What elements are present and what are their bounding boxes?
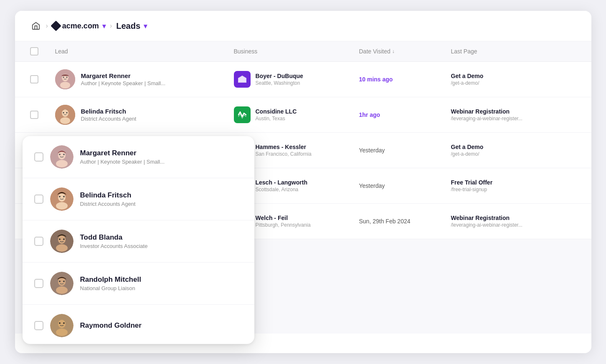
- panel-avatar-todd: [50, 230, 74, 253]
- panel-row[interactable]: Randolph Mitchell National Group Liaison: [23, 263, 254, 305]
- breadcrumb-sep-1: ›: [46, 22, 48, 30]
- avatar-margaret-main: [55, 69, 75, 89]
- lead-cell-margaret: Margaret Renner Author | Keynote Speaker…: [55, 69, 234, 89]
- header-checkbox-cell: [30, 47, 55, 56]
- business-logo-1: [234, 71, 251, 88]
- business-info-3: Hammes - Kessler San Francisco, Californ…: [256, 144, 312, 157]
- panel-checkbox-randolph[interactable]: [34, 279, 43, 288]
- panel-name-margaret: Margaret Renner: [80, 149, 165, 157]
- header-lead-label: Lead: [55, 48, 68, 55]
- header-business: Business: [234, 47, 359, 56]
- svg-point-9: [60, 117, 70, 124]
- panel-info-margaret: Margaret Renner Author | Keynote Speaker…: [80, 149, 165, 165]
- svg-point-34: [63, 154, 65, 155]
- lastpage-cell-1: Get a Demo /get-a-demo/: [451, 73, 576, 86]
- lastpage-url-2: /leveraging-ai-webinar-register...: [451, 116, 560, 121]
- panel-avatar-randolph: [50, 272, 74, 295]
- business-location-3: San Francisco, California: [256, 151, 312, 157]
- lastpage-title-1: Get a Demo: [451, 73, 576, 79]
- lastpage-url-3: /get-a-demo/: [451, 151, 560, 157]
- panel-subtitle-belinda: District Accounts Agent: [80, 201, 136, 207]
- date-cell-5: Sun, 29th Feb 2024: [359, 218, 451, 225]
- panel-row[interactable]: Raymond Goldner: [23, 305, 254, 344]
- panel-avatar-raymond: [50, 314, 74, 337]
- business-location-1: Seattle, Washington: [256, 80, 303, 86]
- panel-checkbox-margaret[interactable]: [34, 152, 43, 162]
- lastpage-title-3: Get a Demo: [451, 144, 576, 150]
- business-info-4: Lesch - Langworth Scottsdale, Arizona: [256, 179, 307, 192]
- avatar-belinda: [55, 105, 75, 125]
- svg-point-37: [56, 202, 68, 210]
- breadcrumb-acme[interactable]: acme.com ▾: [52, 22, 106, 30]
- svg-point-32: [56, 160, 68, 167]
- header-date-label: Date Visited: [359, 48, 390, 55]
- svg-point-10: [63, 112, 64, 114]
- panel-name-raymond: Raymond Goldner: [80, 321, 142, 330]
- lead-subtitle-belinda: District Accounts Agent: [81, 116, 137, 122]
- panel-checkbox-raymond[interactable]: [34, 321, 43, 330]
- acme-chevron-icon[interactable]: ▾: [102, 22, 106, 30]
- lastpage-title-5: Webinar Registration: [451, 215, 576, 221]
- lastpage-cell-5: Webinar Registration /leveraging-ai-webi…: [451, 215, 576, 228]
- table-header: Lead Business Date Visited ↓ Last Page: [15, 41, 591, 62]
- business-name-5: Welch - Feil: [256, 215, 311, 221]
- svg-point-2: [60, 82, 70, 88]
- header-date[interactable]: Date Visited ↓: [359, 47, 451, 56]
- panel-row[interactable]: Belinda Fritsch District Accounts Agent: [23, 178, 254, 220]
- business-cell-1: Boyer - DuBuque Seattle, Washington: [234, 71, 359, 88]
- svg-point-47: [56, 286, 68, 294]
- lead-name-margaret: Margaret Renner: [81, 72, 166, 79]
- breadcrumb-acme-label: acme.com: [62, 22, 99, 30]
- lastpage-url-1: /get-a-demo/: [451, 80, 560, 86]
- panel-row[interactable]: Todd Blanda Investor Accounts Associate: [23, 220, 254, 263]
- lastpage-title-4: Free Trial Offer: [451, 179, 576, 186]
- svg-point-4: [66, 77, 67, 78]
- lastpage-cell-4: Free Trial Offer /free-trial-signup: [451, 179, 576, 192]
- svg-point-43: [59, 238, 61, 240]
- row-checkbox-belinda[interactable]: [30, 111, 38, 119]
- floating-panel: Margaret Renner Author | Keynote Speaker…: [23, 136, 254, 344]
- home-icon[interactable]: [30, 20, 42, 32]
- header-business-label: Business: [234, 48, 258, 55]
- svg-point-11: [66, 112, 67, 114]
- outer-container: › acme.com ▾ › Leads ▾ Lead: [15, 11, 591, 353]
- svg-point-39: [63, 196, 65, 197]
- business-info-2: Considine LLC Austin, Texas: [256, 108, 297, 121]
- panel-info-randolph: Randolph Mitchell National Group Liaison: [80, 276, 141, 291]
- panel-checkbox-belinda[interactable]: [34, 195, 43, 204]
- business-cell-2: Considine LLC Austin, Texas: [234, 106, 359, 123]
- svg-point-51: [58, 320, 66, 328]
- business-location-5: Pittsburgh, Pennsylvania: [256, 222, 311, 228]
- lead-info-margaret: Margaret Renner Author | Keynote Speaker…: [81, 72, 166, 86]
- date-cell-3: Yesterday: [359, 147, 451, 154]
- leads-label: Leads: [116, 21, 140, 31]
- breadcrumb-leads[interactable]: Leads ▾: [116, 21, 147, 31]
- table-row[interactable]: Margaret Renner Author | Keynote Speaker…: [15, 62, 591, 97]
- svg-point-8: [62, 109, 68, 117]
- svg-point-33: [59, 154, 61, 155]
- panel-checkbox-todd[interactable]: [34, 237, 43, 246]
- panel-info-raymond: Raymond Goldner: [80, 321, 142, 330]
- lastpage-url-4: /free-trial-signup: [451, 187, 560, 192]
- panel-row[interactable]: Margaret Renner Author | Keynote Speaker…: [23, 136, 254, 178]
- lead-name-belinda: Belinda Fritsch: [81, 108, 137, 115]
- date-cell-4: Yesterday: [359, 182, 451, 189]
- header-lead: Lead: [55, 47, 234, 56]
- row-checkbox-margaret[interactable]: [30, 75, 38, 83]
- svg-point-54: [63, 322, 65, 324]
- leads-chevron-icon[interactable]: ▾: [144, 22, 147, 30]
- lastpage-cell-2: Webinar Registration /leveraging-ai-webi…: [451, 108, 576, 121]
- lead-info-belinda: Belinda Fritsch District Accounts Agent: [81, 108, 137, 122]
- business-info-5: Welch - Feil Pittsburgh, Pennsylvania: [256, 215, 311, 228]
- table-row[interactable]: Belinda Fritsch District Accounts Agent …: [15, 97, 591, 133]
- sort-icon: ↓: [392, 48, 395, 54]
- svg-point-3: [63, 77, 64, 78]
- header-checkbox[interactable]: [30, 47, 38, 56]
- panel-name-todd: Todd Blanda: [80, 233, 148, 242]
- row-checkbox-cell: [30, 111, 55, 119]
- row-checkbox-cell: [30, 75, 55, 83]
- panel-name-belinda: Belinda Fritsch: [80, 191, 136, 200]
- business-info-1: Boyer - DuBuque Seattle, Washington: [256, 73, 303, 86]
- lastpage-url-5: /leveraging-ai-webinar-register...: [451, 222, 560, 228]
- svg-point-53: [59, 322, 61, 324]
